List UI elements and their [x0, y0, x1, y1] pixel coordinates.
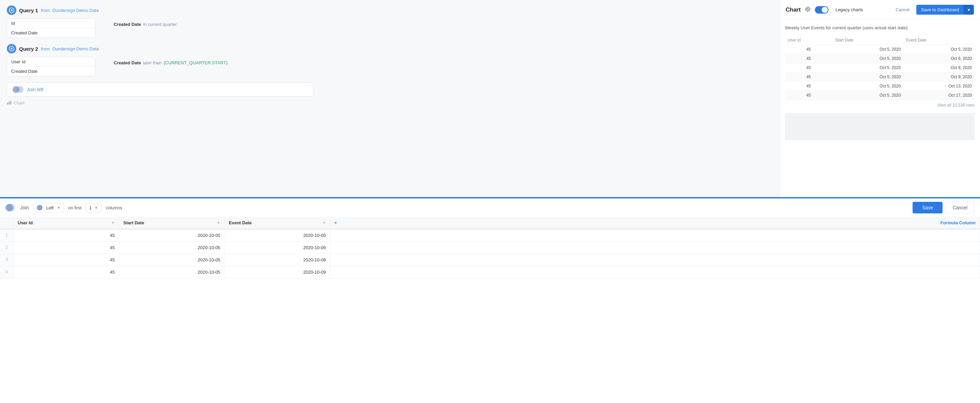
col-filter-startdate[interactable]: ▼	[217, 221, 220, 225]
col-filter-eventdate[interactable]: ▼	[323, 221, 326, 225]
query1-from: from	[41, 8, 50, 13]
chart-table-row: 45 Oct 5, 2020 Oct 6, 2020	[785, 54, 975, 63]
chart-cell-eventdate: Oct 17, 2020	[904, 91, 975, 100]
chart-bar-icon	[7, 100, 11, 106]
join-label: Join left	[27, 87, 43, 92]
query2-fields: User Id Created Date	[7, 57, 95, 76]
chart-data-table: User Id Start Date Event Date 45 Oct 5, …	[785, 36, 975, 100]
join-type-select[interactable]: Left ▼	[33, 203, 64, 213]
grid-cell-eventdate: 2020-10-08	[225, 254, 330, 266]
grid-col-formula-header[interactable]: + Formula Column	[330, 217, 980, 229]
query2-name: Query 2	[19, 46, 38, 52]
grid-userid-label: User Id	[18, 220, 33, 225]
chart-cell-eventdate: Oct 9, 2020	[904, 73, 975, 82]
chart-link-label: Chart	[14, 100, 24, 106]
save-dashboard-caret-button[interactable]: ▼	[964, 5, 974, 14]
chart-col-eventdate: Event Date	[904, 36, 975, 45]
chart-cell-eventdate: Oct 8, 2020	[904, 63, 975, 73]
join-type-caret: ▼	[57, 206, 60, 209]
grid-row: 4 45 2020-10-05 2020-10-09	[0, 266, 980, 278]
chart-cell-startdate: Oct 5, 2020	[832, 73, 904, 82]
grid-row-num-header	[0, 217, 14, 229]
join-cancel-button[interactable]: Cancel	[945, 202, 975, 213]
grid-body: 1 45 2020-10-05 2020-10-05 2 45 2020-10-…	[0, 229, 980, 278]
grid-cell-formula	[330, 266, 980, 278]
chart-cell-startdate: Oct 5, 2020	[832, 82, 904, 91]
columns-value: 1	[89, 205, 92, 210]
chart-title: Chart	[786, 6, 800, 13]
grid-row: 3 45 2020-10-05 2020-10-08	[0, 254, 980, 266]
grid-cell-startdate: 2020-10-05	[119, 254, 225, 266]
chart-cell-eventdate: Oct 13, 2020	[904, 82, 975, 91]
chart-col-userid: User Id	[785, 36, 832, 45]
join-bar[interactable]: Join left	[7, 83, 313, 97]
chart-cell-startdate: Oct 5, 2020	[832, 63, 904, 73]
columns-number-select[interactable]: 1 ▼	[86, 203, 102, 213]
grid-cell-eventdate: 2020-10-06	[225, 242, 330, 254]
cancel-chart-button[interactable]: Cancel	[896, 7, 909, 12]
grid-header: User Id ▼ Start Date ▼ Event Date ▼ + Fo…	[0, 217, 980, 229]
chart-col-startdate: Start Date	[832, 36, 904, 45]
grid-cell-startdate: 2020-10-05	[119, 242, 225, 254]
formula-column-label: Formula Column	[940, 220, 975, 225]
query1-source: Dundersign Demo Data	[52, 8, 99, 13]
chart-cell-userid: 45	[785, 45, 832, 54]
query1-field-created: Created Date	[7, 28, 95, 37]
svg-rect-4	[10, 101, 11, 105]
view-all-rows[interactable]: View all 10,538 rows	[785, 103, 975, 108]
chart-cell-userid: 45	[785, 91, 832, 100]
chart-cell-userid: 45	[785, 63, 832, 73]
grid-cell-formula	[330, 254, 980, 266]
grid-row: 1 45 2020-10-05 2020-10-05	[0, 229, 980, 242]
chart-visualization	[785, 113, 975, 140]
grid-cell-eventdate: 2020-10-09	[225, 266, 330, 278]
plus-icon: +	[334, 220, 337, 225]
chart-subtitle: Weekly User Events for current quarter (…	[785, 25, 975, 30]
grid-cell-userid: 45	[14, 266, 119, 278]
join-config-bar: Join Left ▼ on first 1 ▼ columns Save Ca…	[0, 198, 980, 217]
grid-col-startdate-header[interactable]: Start Date ▼	[119, 217, 225, 229]
query1-icon	[7, 5, 16, 15]
query2-filter-value: {CURRENT_QUARTER.START}	[164, 60, 228, 65]
grid-cell-formula	[330, 242, 980, 254]
chart-table-row: 45 Oct 5, 2020 Oct 13, 2020	[785, 82, 975, 91]
chart-cell-userid: 45	[785, 54, 832, 63]
query1-field-id: Id	[7, 19, 95, 28]
grid-col-eventdate-header[interactable]: Event Date ▼	[225, 217, 330, 229]
save-dashboard-main-button[interactable]: Save to Dashboard	[916, 5, 964, 14]
chart-table-row: 45 Oct 5, 2020 Oct 8, 2020	[785, 63, 975, 73]
legacy-toggle[interactable]	[815, 6, 829, 14]
row-number: 4	[0, 266, 14, 278]
chart-panel: Chart Legacy charts Cancel Save to Dashb…	[779, 0, 980, 197]
chart-cell-eventdate: Oct 5, 2020	[904, 45, 975, 54]
svg-rect-2	[7, 102, 8, 105]
save-dashboard-button-group[interactable]: Save to Dashboard ▼	[916, 5, 974, 14]
query2-field-userid: User Id	[7, 57, 95, 67]
join-config-label: Join	[20, 205, 29, 210]
query1-name: Query 1	[19, 8, 38, 13]
chart-cell-userid: 45	[785, 73, 832, 82]
data-grid: User Id ▼ Start Date ▼ Event Date ▼ + Fo…	[0, 217, 980, 403]
svg-rect-3	[9, 102, 10, 105]
on-first-label: on first	[68, 205, 81, 210]
col-filter-userid[interactable]: ▼	[111, 221, 115, 225]
grid-col-userid-header[interactable]: User Id ▼	[14, 217, 119, 229]
chart-cell-startdate: Oct 5, 2020	[832, 91, 904, 100]
chart-content: Weekly User Events for current quarter (…	[780, 20, 980, 197]
row-number: 2	[0, 242, 14, 254]
query2-from: from	[41, 46, 50, 51]
chart-table-row: 45 Oct 5, 2020 Oct 17, 2020	[785, 91, 975, 100]
chart-cell-startdate: Oct 5, 2020	[832, 54, 904, 63]
grid-cell-userid: 45	[14, 254, 119, 266]
query1-filter: Created Date in current quarter	[114, 22, 177, 27]
grid-cell-userid: 45	[14, 229, 119, 241]
chart-table-row: 45 Oct 5, 2020 Oct 9, 2020	[785, 73, 975, 82]
chart-table-row: 45 Oct 5, 2020 Oct 5, 2020	[785, 45, 975, 54]
columns-label: columns	[105, 205, 122, 210]
chart-cell-eventdate: Oct 6, 2020	[904, 54, 975, 63]
gear-icon[interactable]	[805, 6, 811, 14]
join-icon	[13, 86, 24, 93]
join-save-button[interactable]: Save	[913, 202, 943, 213]
query1-fields: Id Created Date	[7, 18, 95, 38]
grid-row: 2 45 2020-10-05 2020-10-06	[0, 242, 980, 254]
